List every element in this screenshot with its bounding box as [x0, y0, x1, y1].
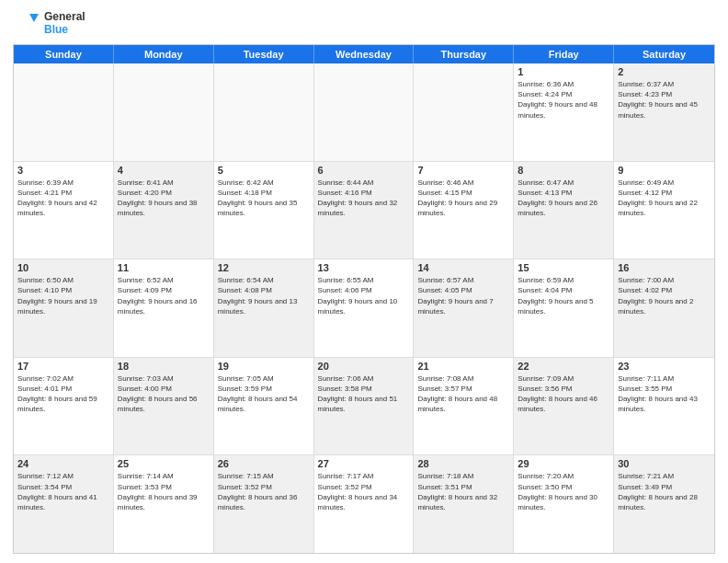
day-cell-2: 2Sunrise: 6:37 AM Sunset: 4:23 PM Daylig… — [614, 63, 714, 161]
day-cell-29: 29Sunrise: 7:20 AM Sunset: 3:50 PM Dayli… — [514, 455, 614, 553]
calendar-header: SundayMondayTuesdayWednesdayThursdayFrid… — [14, 45, 714, 63]
day-info: Sunrise: 7:14 AM Sunset: 3:53 PM Dayligh… — [118, 471, 210, 512]
logo-text: GeneralBlue — [44, 10, 85, 37]
day-number: 19 — [218, 361, 310, 372]
day-info: Sunrise: 6:50 AM Sunset: 4:10 PM Dayligh… — [17, 275, 109, 316]
day-info: Sunrise: 6:41 AM Sunset: 4:20 PM Dayligh… — [118, 178, 210, 219]
day-number: 17 — [17, 361, 109, 372]
calendar-body: 1Sunrise: 6:36 AM Sunset: 4:24 PM Daylig… — [14, 63, 714, 553]
day-header-wednesday: Wednesday — [314, 45, 415, 63]
day-info: Sunrise: 7:15 AM Sunset: 3:52 PM Dayligh… — [218, 471, 310, 512]
calendar: SundayMondayTuesdayWednesdayThursdayFrid… — [13, 44, 715, 554]
day-number: 4 — [118, 165, 210, 176]
calendar-row-2: 10Sunrise: 6:50 AM Sunset: 4:10 PM Dayli… — [14, 259, 714, 358]
day-header-thursday: Thursday — [414, 45, 514, 63]
day-info: Sunrise: 6:52 AM Sunset: 4:09 PM Dayligh… — [118, 275, 210, 316]
day-cell-16: 16Sunrise: 7:00 AM Sunset: 4:02 PM Dayli… — [614, 259, 714, 357]
day-info: Sunrise: 6:59 AM Sunset: 4:04 PM Dayligh… — [518, 275, 609, 316]
day-cell-22: 22Sunrise: 7:09 AM Sunset: 3:56 PM Dayli… — [514, 358, 614, 455]
day-number: 25 — [118, 458, 210, 469]
day-cell-14: 14Sunrise: 6:57 AM Sunset: 4:05 PM Dayli… — [414, 259, 514, 357]
day-number: 8 — [518, 165, 609, 176]
day-info: Sunrise: 6:49 AM Sunset: 4:12 PM Dayligh… — [618, 178, 711, 219]
day-number: 3 — [17, 165, 109, 176]
day-info: Sunrise: 7:02 AM Sunset: 4:01 PM Dayligh… — [17, 373, 109, 415]
day-info: Sunrise: 7:17 AM Sunset: 3:52 PM Dayligh… — [318, 471, 410, 512]
day-info: Sunrise: 7:03 AM Sunset: 4:00 PM Dayligh… — [118, 373, 210, 415]
day-number: 20 — [318, 361, 410, 372]
day-header-sunday: Sunday — [14, 45, 114, 63]
day-info: Sunrise: 7:21 AM Sunset: 3:49 PM Dayligh… — [618, 471, 711, 512]
day-cell-23: 23Sunrise: 7:11 AM Sunset: 3:55 PM Dayli… — [614, 358, 714, 455]
day-number: 11 — [118, 262, 210, 273]
day-number: 13 — [318, 262, 410, 273]
day-cell-1: 1Sunrise: 6:36 AM Sunset: 4:24 PM Daylig… — [514, 63, 614, 161]
day-info: Sunrise: 7:11 AM Sunset: 3:55 PM Dayligh… — [618, 373, 711, 415]
day-cell-5: 5Sunrise: 6:42 AM Sunset: 4:18 PM Daylig… — [214, 162, 314, 259]
day-number: 5 — [218, 165, 310, 176]
day-cell-26: 26Sunrise: 7:15 AM Sunset: 3:52 PM Dayli… — [214, 455, 314, 553]
day-cell-6: 6Sunrise: 6:44 AM Sunset: 4:16 PM Daylig… — [314, 162, 415, 259]
day-info: Sunrise: 7:05 AM Sunset: 3:59 PM Dayligh… — [218, 373, 310, 415]
day-cell-28: 28Sunrise: 7:18 AM Sunset: 3:51 PM Dayli… — [414, 455, 514, 553]
day-info: Sunrise: 7:18 AM Sunset: 3:51 PM Dayligh… — [417, 471, 509, 512]
day-cell-10: 10Sunrise: 6:50 AM Sunset: 4:10 PM Dayli… — [14, 259, 114, 357]
empty-cell-0-2 — [214, 63, 314, 161]
day-number: 15 — [518, 262, 609, 273]
day-cell-25: 25Sunrise: 7:14 AM Sunset: 3:53 PM Dayli… — [114, 455, 214, 553]
page: GeneralBlue SundayMondayTuesdayWednesday… — [0, 0, 728, 563]
day-info: Sunrise: 7:00 AM Sunset: 4:02 PM Dayligh… — [618, 275, 711, 316]
day-number: 23 — [618, 361, 711, 372]
day-cell-27: 27Sunrise: 7:17 AM Sunset: 3:52 PM Dayli… — [314, 455, 415, 553]
day-cell-13: 13Sunrise: 6:55 AM Sunset: 4:06 PM Dayli… — [314, 259, 415, 357]
empty-cell-0-4 — [414, 63, 514, 161]
day-info: Sunrise: 6:39 AM Sunset: 4:21 PM Dayligh… — [17, 178, 109, 219]
empty-cell-0-0 — [14, 63, 114, 161]
day-number: 7 — [417, 165, 509, 176]
day-info: Sunrise: 6:47 AM Sunset: 4:13 PM Dayligh… — [518, 178, 609, 219]
day-number: 14 — [417, 262, 509, 273]
day-info: Sunrise: 6:55 AM Sunset: 4:06 PM Dayligh… — [318, 275, 410, 316]
day-header-saturday: Saturday — [614, 45, 714, 63]
day-info: Sunrise: 7:08 AM Sunset: 3:57 PM Dayligh… — [417, 373, 509, 415]
day-number: 24 — [17, 458, 109, 469]
day-cell-7: 7Sunrise: 6:46 AM Sunset: 4:15 PM Daylig… — [414, 162, 514, 259]
day-cell-24: 24Sunrise: 7:12 AM Sunset: 3:54 PM Dayli… — [14, 455, 114, 553]
day-info: Sunrise: 7:12 AM Sunset: 3:54 PM Dayligh… — [17, 471, 109, 512]
day-info: Sunrise: 6:36 AM Sunset: 4:24 PM Dayligh… — [518, 79, 609, 121]
day-cell-4: 4Sunrise: 6:41 AM Sunset: 4:20 PM Daylig… — [114, 162, 214, 259]
day-info: Sunrise: 6:46 AM Sunset: 4:15 PM Dayligh… — [417, 178, 509, 219]
day-header-monday: Monday — [114, 45, 214, 63]
day-cell-21: 21Sunrise: 7:08 AM Sunset: 3:57 PM Dayli… — [414, 358, 514, 455]
header: GeneralBlue — [13, 9, 715, 37]
logo: GeneralBlue — [13, 9, 85, 37]
day-number: 18 — [118, 361, 210, 372]
day-info: Sunrise: 6:54 AM Sunset: 4:08 PM Dayligh… — [218, 275, 310, 316]
day-cell-30: 30Sunrise: 7:21 AM Sunset: 3:49 PM Dayli… — [614, 455, 714, 553]
day-number: 1 — [518, 66, 609, 77]
svg-marker-0 — [29, 14, 39, 22]
day-cell-11: 11Sunrise: 6:52 AM Sunset: 4:09 PM Dayli… — [114, 259, 214, 357]
day-cell-8: 8Sunrise: 6:47 AM Sunset: 4:13 PM Daylig… — [514, 162, 614, 259]
day-header-tuesday: Tuesday — [214, 45, 314, 63]
day-info: Sunrise: 6:57 AM Sunset: 4:05 PM Dayligh… — [417, 275, 509, 316]
day-cell-17: 17Sunrise: 7:02 AM Sunset: 4:01 PM Dayli… — [14, 358, 114, 455]
day-number: 26 — [218, 458, 310, 469]
day-cell-12: 12Sunrise: 6:54 AM Sunset: 4:08 PM Dayli… — [214, 259, 314, 357]
day-info: Sunrise: 7:06 AM Sunset: 3:58 PM Dayligh… — [318, 373, 410, 415]
day-number: 30 — [618, 458, 711, 469]
day-number: 12 — [218, 262, 310, 273]
day-number: 2 — [618, 66, 711, 77]
day-number: 6 — [318, 165, 410, 176]
day-number: 29 — [518, 458, 609, 469]
day-number: 28 — [417, 458, 509, 469]
day-info: Sunrise: 7:20 AM Sunset: 3:50 PM Dayligh… — [518, 471, 609, 512]
day-info: Sunrise: 6:37 AM Sunset: 4:23 PM Dayligh… — [618, 79, 711, 121]
empty-cell-0-1 — [114, 63, 214, 161]
day-cell-3: 3Sunrise: 6:39 AM Sunset: 4:21 PM Daylig… — [14, 162, 114, 259]
calendar-row-3: 17Sunrise: 7:02 AM Sunset: 4:01 PM Dayli… — [14, 358, 714, 456]
calendar-row-0: 1Sunrise: 6:36 AM Sunset: 4:24 PM Daylig… — [14, 63, 714, 162]
day-number: 27 — [318, 458, 410, 469]
day-cell-18: 18Sunrise: 7:03 AM Sunset: 4:00 PM Dayli… — [114, 358, 214, 455]
day-number: 21 — [417, 361, 509, 372]
